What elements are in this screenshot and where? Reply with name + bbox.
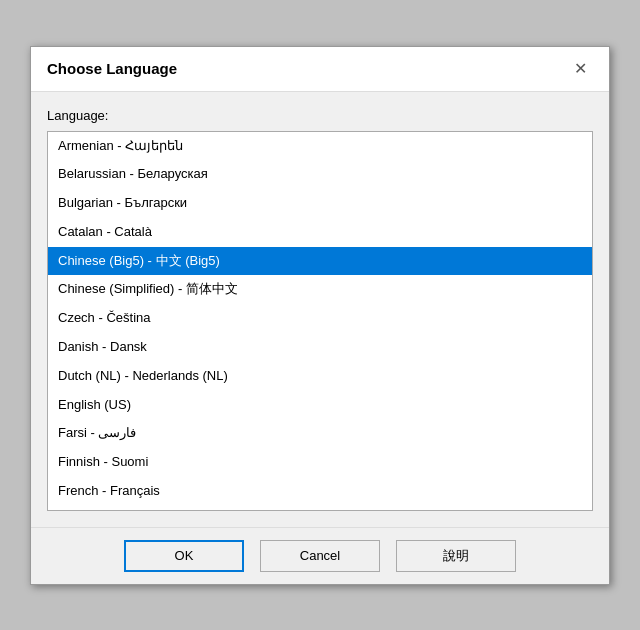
dialog-footer: OK Cancel 說明	[31, 527, 609, 584]
language-list[interactable]: Armenian - ՀայերենBelarussian - Беларуск…	[47, 131, 593, 511]
cancel-button[interactable]: Cancel	[260, 540, 380, 572]
list-item[interactable]: Danish - Dansk	[48, 333, 592, 362]
dialog-body: Language: Armenian - ՀայերենBelarussian …	[31, 92, 609, 527]
choose-language-dialog: Choose Language ✕ Language: Armenian - Հ…	[30, 46, 610, 585]
list-item[interactable]: Farsi - فارسی	[48, 419, 592, 448]
help-button[interactable]: 說明	[396, 540, 516, 572]
list-item[interactable]: Belarussian - Беларуская	[48, 160, 592, 189]
list-item[interactable]: French - Français	[48, 477, 592, 506]
list-item[interactable]: Armenian - Հայերեն	[48, 132, 592, 161]
list-item[interactable]: English (US)	[48, 391, 592, 420]
title-bar: Choose Language ✕	[31, 47, 609, 92]
list-item[interactable]: Catalan - Català	[48, 218, 592, 247]
language-label: Language:	[47, 108, 593, 123]
list-item[interactable]: German - Deutsch	[48, 506, 592, 511]
dialog-title: Choose Language	[47, 60, 177, 77]
list-item[interactable]: Czech - Čeština	[48, 304, 592, 333]
ok-button[interactable]: OK	[124, 540, 244, 572]
close-button[interactable]: ✕	[568, 59, 593, 79]
list-item[interactable]: Chinese (Big5) - 中文 (Big5)	[48, 247, 592, 276]
list-item[interactable]: Dutch (NL) - Nederlands (NL)	[48, 362, 592, 391]
list-item[interactable]: Bulgarian - Български	[48, 189, 592, 218]
list-item[interactable]: Finnish - Suomi	[48, 448, 592, 477]
list-item[interactable]: Chinese (Simplified) - 简体中文	[48, 275, 592, 304]
